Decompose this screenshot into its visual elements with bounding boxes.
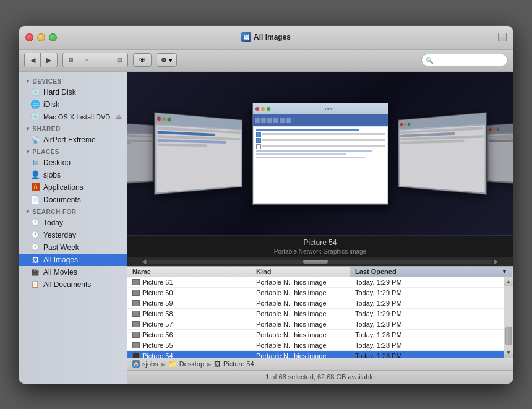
table-row[interactable]: Picture 61 Portable N...hics image Today…: [127, 277, 504, 288]
sidebar-item-sjobs[interactable]: 👤 sjobs: [19, 169, 127, 181]
close-button[interactable]: [25, 33, 33, 41]
coverflow-item-right1[interactable]: [398, 112, 486, 195]
dvd-icon: 💿: [30, 112, 40, 122]
mock-toolbar: [253, 114, 388, 126]
table-row[interactable]: Picture 59 Portable N...hics image Today…: [127, 298, 504, 309]
scroll-track[interactable]: [504, 286, 513, 348]
cf-scroll-left[interactable]: ◀: [140, 257, 148, 266]
traffic-lights: [25, 33, 57, 41]
toolbar: ◀ ▶ ⊞ ≡ ⋮ ▤ 👁 ⚙ ▾ 🔍 ✕: [19, 50, 513, 72]
mock-max-dot: [267, 107, 270, 111]
documents-icon: 📄: [30, 195, 40, 205]
breadcrumb-part2[interactable]: Desktop: [179, 360, 204, 368]
sidebar-item-alldocuments[interactable]: 📋 All Documents: [19, 278, 127, 291]
scroll-thumb[interactable]: [505, 327, 512, 345]
file-thumbnail: [132, 290, 140, 296]
sidebar-item-allmovies[interactable]: 🎬 All Movies: [19, 266, 127, 278]
breadcrumb-bar: 🏠 sjobs ▶ 📁 Desktop ▶ 🖼 Picture 54: [127, 358, 513, 370]
sort-arrow: ▼: [502, 269, 507, 275]
table-row[interactable]: Picture 54 Portable N...hics image Today…: [127, 351, 504, 358]
coverflow-center-content: Tabs: [253, 103, 388, 204]
expand-button[interactable]: [498, 33, 507, 41]
mock-min-dot: [261, 107, 265, 111]
table-row[interactable]: Picture 57 Portable N...hics image Today…: [127, 319, 504, 330]
harddisk-icon: 💿: [30, 87, 40, 97]
file-thumbnail: [132, 321, 140, 327]
statusbar: 1 of 68 selected, 62.68 GB available: [127, 370, 513, 384]
scroll-up-button[interactable]: ▲: [504, 277, 513, 286]
preview-caption: Picture 54: [127, 236, 513, 248]
airport-icon: 📡: [30, 135, 40, 145]
devices-triangle: ▼: [25, 79, 30, 84]
sidebar-item-dvd[interactable]: 💿 Mac OS X Install DVD ⏏: [19, 111, 127, 123]
header-lastopened[interactable]: Last Opened ▼: [350, 267, 513, 277]
cf-scroll-right[interactable]: ▶: [492, 257, 500, 266]
preview-button[interactable]: 👁: [133, 53, 152, 67]
file-thumbnail: [132, 332, 140, 338]
view-coverflow-button[interactable]: ▤: [111, 53, 127, 67]
sidebar-section-searchfor: ▼ SEARCH FOR: [19, 206, 127, 217]
breadcrumb-file-icon: 🖼: [214, 360, 221, 368]
sidebar-item-allimages[interactable]: 🖼 All Images: [19, 254, 127, 266]
sidebar-item-documents[interactable]: 📄 Documents: [19, 194, 127, 206]
status-text: 1 of 68 selected, 62.68 GB available: [265, 373, 375, 381]
view-list-button[interactable]: ≡: [79, 53, 95, 67]
cf-scroll-track[interactable]: [148, 260, 492, 264]
breadcrumb-part1[interactable]: sjobs: [142, 360, 158, 368]
sidebar-item-yesterday[interactable]: 🕐 Yesterday: [19, 229, 127, 241]
maximize-button[interactable]: [49, 33, 57, 41]
coverflow-item-left1[interactable]: [154, 112, 242, 195]
sidebar-item-pastweek[interactable]: 🕐 Past Week: [19, 241, 127, 254]
pastweek-icon: 🕐: [30, 243, 40, 252]
view-column-button[interactable]: ⋮: [95, 53, 111, 67]
breadcrumb-home-icon: 🏠: [132, 360, 140, 368]
breadcrumb-part3[interactable]: Picture 54: [223, 360, 254, 368]
search-box: 🔍 ✕: [421, 54, 508, 66]
file-thumbnail: [132, 279, 140, 285]
scroll-down-button[interactable]: ▼: [504, 348, 513, 358]
finder-window: 🖼 All Images ◀ ▶ ⊞ ≡ ⋮ ▤ 👁 ⚙ ▾ 🔍 ✕: [19, 25, 513, 384]
coverflow-container[interactable]: Tabs: [127, 72, 513, 236]
search-input[interactable]: [435, 56, 513, 64]
header-name[interactable]: Name: [127, 267, 251, 277]
coverflow-item-right2[interactable]: [486, 119, 513, 187]
back-button[interactable]: ◀: [25, 53, 41, 67]
coverflow-item-center[interactable]: Tabs: [252, 103, 388, 205]
sidebar-item-airport[interactable]: 📡 AirPort Extreme: [19, 134, 127, 146]
sidebar-item-applications[interactable]: 🅰 Applications: [19, 181, 127, 194]
table-row[interactable]: Picture 60 Portable N...hics image Today…: [127, 288, 504, 298]
coverflow-item-left2[interactable]: [127, 119, 154, 187]
file-list-area: Name Kind Last Opened ▼ Picture 61 Porta…: [127, 266, 513, 358]
shared-triangle: ▼: [25, 126, 30, 132]
sidebar: ▼ DEVICES 💿 Hard Disk 🌐 iDisk 💿 Mac OS X…: [19, 72, 127, 384]
window-title-area: 🖼 All Images: [241, 32, 291, 42]
coverflow-scrollbar: ◀ ▶: [127, 257, 513, 266]
sidebar-item-idisk[interactable]: 🌐 iDisk: [19, 98, 127, 111]
places-triangle: ▼: [25, 149, 30, 155]
forward-button[interactable]: ▶: [41, 53, 57, 67]
view-icon-button[interactable]: ⊞: [63, 53, 79, 67]
cf-scroll-thumb[interactable]: [303, 260, 328, 264]
sidebar-item-harddisk[interactable]: 💿 Hard Disk: [19, 86, 127, 98]
action-button[interactable]: ⚙ ▾: [157, 53, 177, 67]
window-title-icon: 🖼: [241, 32, 251, 42]
table-row[interactable]: Picture 56 Portable N...hics image Today…: [127, 330, 504, 340]
sidebar-section-places: ▼ PLACES: [19, 146, 127, 157]
eject-icon: ⏏: [116, 113, 122, 121]
sidebar-item-today[interactable]: 🕐 Today: [19, 217, 127, 229]
sidebar-item-desktop[interactable]: 🖥 Desktop: [19, 157, 127, 169]
preview-pane: Tabs: [127, 72, 513, 266]
breadcrumb-sep1: ▶: [161, 361, 166, 368]
minimize-button[interactable]: [37, 33, 45, 41]
table-row[interactable]: Picture 55 Portable N...hics image Today…: [127, 340, 504, 351]
header-kind[interactable]: Kind: [251, 267, 350, 277]
file-thumbnail: [132, 353, 140, 358]
allmovies-icon: 🎬: [30, 267, 40, 277]
user-icon: 👤: [30, 170, 40, 180]
file-list-inner: Picture 61 Portable N...hics image Today…: [127, 277, 504, 358]
window-title: All Images: [254, 33, 291, 41]
table-row[interactable]: Picture 58 Portable N...hics image Today…: [127, 309, 504, 319]
file-thumbnail: [132, 311, 140, 317]
file-list-wrapper: Picture 61 Portable N...hics image Today…: [127, 277, 513, 358]
main-content: ▼ DEVICES 💿 Hard Disk 🌐 iDisk 💿 Mac OS X…: [19, 72, 513, 384]
